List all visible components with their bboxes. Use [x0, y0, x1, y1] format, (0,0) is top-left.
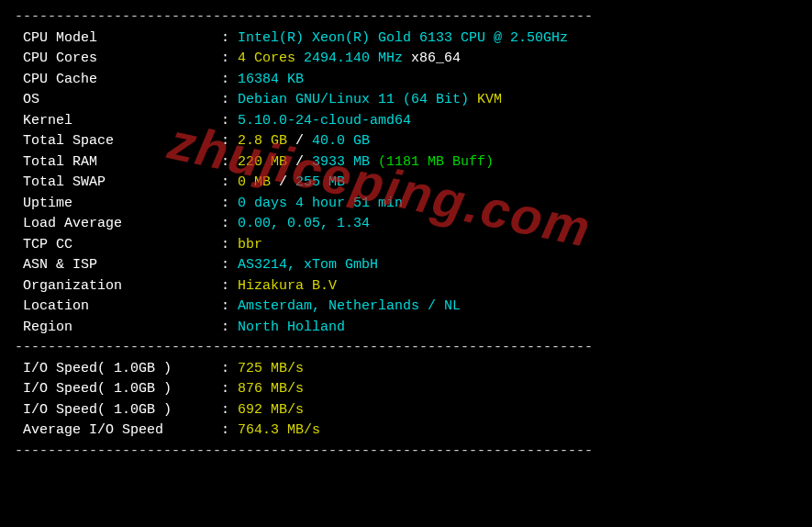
rows-row: Total RAM: 220 MB / 3933 MB (1181 MB Buf… [15, 152, 797, 174]
rows-value: 2.8 GB / 40.0 GB [238, 131, 797, 152]
rows-label: Organization [15, 276, 221, 297]
io_rows-row: I/O Speed( 1.0GB ): 725 MB/s [15, 359, 797, 380]
rows-value-part: Hizakura B.V [238, 278, 337, 294]
rows-label: Total Space [15, 131, 221, 152]
io_rows-value: 876 MB/s [238, 379, 797, 400]
io_rows-row: I/O Speed( 1.0GB ): 876 MB/s [15, 379, 797, 400]
divider-top: ----------------------------------------… [15, 7, 797, 28]
io_rows-row: I/O Speed( 1.0GB ): 692 MB/s [15, 400, 797, 421]
rows-value: AS3214, xTom GmbH [238, 255, 797, 276]
rows-value-part: 4 Cores [238, 50, 295, 66]
rows-value-part: (1181 MB Buff) [370, 154, 494, 170]
rows-label: CPU Cores [15, 49, 221, 70]
rows-value: 4 Cores 2494.140 MHz x86_64 [238, 49, 797, 70]
rows-value-part: 16384 KB [238, 72, 304, 87]
rows-value-part: 5.10.0-24-cloud-amd64 [238, 113, 411, 129]
colon: : [221, 90, 238, 111]
io_rows-value-part: 764.3 MB/s [238, 422, 320, 438]
divider-mid: ----------------------------------------… [15, 338, 797, 359]
rows-value: 0 days 4 hour 51 min [238, 194, 797, 215]
colon: : [221, 214, 238, 235]
rows-row: Kernel: 5.10.0-24-cloud-amd64 [15, 111, 797, 132]
rows-label: Region [15, 318, 221, 339]
rows-value-part: 3933 MB [312, 154, 370, 170]
rows-value-part: 0 MB [238, 174, 271, 190]
rows-value-part: / [287, 154, 312, 170]
rows-row: CPU Cache: 16384 KB [15, 70, 797, 91]
colon: : [221, 49, 238, 70]
rows-value: 16384 KB [238, 70, 797, 91]
io_rows-value: 692 MB/s [238, 400, 797, 421]
rows-row: Uptime: 0 days 4 hour 51 min [15, 194, 797, 215]
rows-value-part: 2.8 GB [238, 133, 287, 149]
rows-value: Amsterdam, Netherlands / NL [238, 297, 797, 318]
rows-value: bbr [238, 235, 797, 256]
rows-value: 5.10.0-24-cloud-amd64 [238, 111, 797, 132]
divider-bottom: ----------------------------------------… [15, 442, 797, 463]
colon: : [221, 400, 238, 421]
rows-value-part: bbr [238, 237, 262, 252]
rows-row: Total Space: 2.8 GB / 40.0 GB [15, 131, 797, 152]
colon: : [221, 70, 238, 91]
io_rows-value-part: 876 MB/s [238, 381, 304, 397]
rows-value-part: x86_64 [411, 50, 461, 66]
rows-label: CPU Model [15, 28, 221, 50]
io_rows-value-part: 692 MB/s [238, 402, 304, 418]
colon: : [221, 131, 238, 152]
io_rows-value-part: 725 MB/s [238, 361, 304, 376]
rows-row: CPU Model: Intel(R) Xeon(R) Gold 6133 CP… [15, 28, 797, 50]
colon: : [221, 359, 238, 380]
rows-value-part: 0 days 4 hour 51 min [238, 196, 403, 211]
rows-value-part: 0.00, 0.05, 1.34 [238, 216, 370, 231]
rows-value-part: North Holland [238, 320, 345, 335]
rows-value-part: KVM [477, 92, 502, 107]
io_rows-row: Average I/O Speed: 764.3 MB/s [15, 420, 797, 442]
colon: : [221, 152, 238, 174]
rows-value-part: AS3214, xTom GmbH [238, 257, 378, 273]
rows-value-part: 40.0 GB [312, 133, 370, 149]
rows-value-part: Intel(R) Xeon(R) Gold 6133 CPU @ 2.50GHz [238, 30, 568, 46]
rows-row: Region: North Holland [15, 318, 797, 339]
rows-label: Uptime [15, 194, 221, 215]
rows-label: Total SWAP [15, 173, 221, 194]
rows-label: CPU Cache [15, 70, 221, 91]
rows-row: OS: Debian GNU/Linux 11 (64 Bit) KVM [15, 90, 797, 111]
colon: : [221, 297, 238, 318]
rows-value-part: / [271, 174, 295, 190]
rows-value: North Holland [238, 318, 797, 339]
rows-label: Total RAM [15, 152, 221, 174]
colon: : [221, 111, 238, 132]
io_rows-label: I/O Speed( 1.0GB ) [15, 379, 221, 400]
rows-row: TCP CC: bbr [15, 235, 797, 256]
rows-row: Total SWAP: 0 MB / 255 MB [15, 173, 797, 194]
colon: : [221, 235, 238, 256]
io_rows-value: 764.3 MB/s [238, 420, 797, 442]
rows-row: CPU Cores: 4 Cores 2494.140 MHz x86_64 [15, 49, 797, 70]
colon: : [221, 173, 238, 194]
colon: : [221, 420, 238, 442]
colon: : [221, 276, 238, 297]
io_rows-value: 725 MB/s [238, 359, 797, 380]
rows-label: Location [15, 297, 221, 318]
rows-value-part: Debian GNU/Linux 11 (64 Bit) [238, 92, 477, 107]
rows-value-part: Amsterdam, Netherlands / NL [238, 298, 461, 314]
rows-label: ASN & ISP [15, 255, 221, 276]
io_rows-label: I/O Speed( 1.0GB ) [15, 400, 221, 421]
rows-value: Debian GNU/Linux 11 (64 Bit) KVM [238, 90, 797, 111]
rows-value: 220 MB / 3933 MB (1181 MB Buff) [238, 152, 797, 174]
colon: : [221, 379, 238, 400]
rows-row: ASN & ISP: AS3214, xTom GmbH [15, 255, 797, 276]
colon: : [221, 318, 238, 339]
rows-row: Load Average: 0.00, 0.05, 1.34 [15, 214, 797, 235]
rows-value-part: 2494.140 MHz [295, 50, 411, 66]
system-info-section: CPU Model: Intel(R) Xeon(R) Gold 6133 CP… [15, 28, 797, 339]
rows-label: OS [15, 90, 221, 111]
rows-label: Kernel [15, 111, 221, 132]
rows-value: Hizakura B.V [238, 276, 797, 297]
rows-value: 0.00, 0.05, 1.34 [238, 214, 797, 235]
io-speed-section: I/O Speed( 1.0GB ): 725 MB/s I/O Speed( … [15, 359, 797, 442]
colon: : [221, 194, 238, 215]
rows-label: TCP CC [15, 235, 221, 256]
rows-row: Organization: Hizakura B.V [15, 276, 797, 297]
io_rows-label: Average I/O Speed [15, 420, 221, 442]
